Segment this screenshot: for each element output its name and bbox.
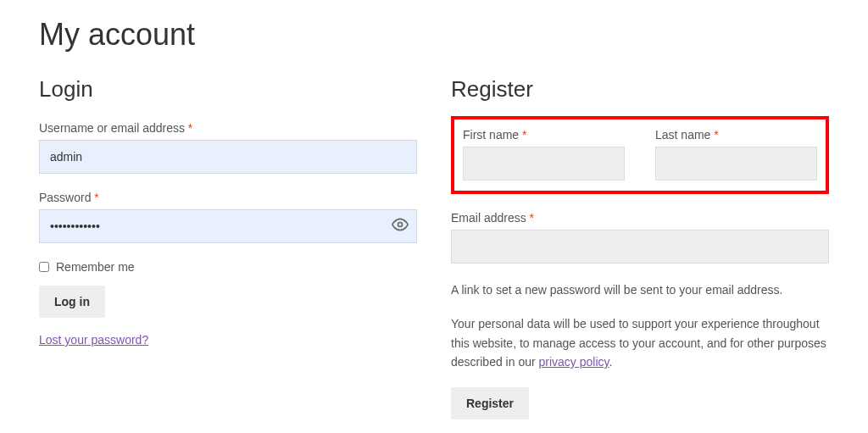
required-mark: *	[188, 121, 192, 135]
email-label: Email address *	[451, 211, 829, 225]
password-hint-text: A link to set a new password will be sen…	[451, 280, 829, 299]
register-column: Register First name * Last name *	[451, 76, 829, 419]
first-name-label: First name *	[463, 128, 625, 142]
password-label: Password *	[39, 191, 417, 204]
password-label-text: Password	[39, 191, 94, 204]
register-button[interactable]: Register	[451, 387, 529, 419]
login-button[interactable]: Log in	[39, 286, 105, 318]
password-row: Password *	[39, 191, 417, 243]
remember-me-row: Remember me	[39, 260, 417, 274]
svg-point-0	[398, 223, 403, 227]
first-name-row: First name *	[463, 128, 625, 180]
register-heading: Register	[451, 76, 829, 103]
username-input[interactable]	[39, 140, 417, 174]
lost-password-link[interactable]: Lost your password?	[39, 333, 148, 347]
first-name-input[interactable]	[463, 147, 625, 180]
required-mark: *	[530, 211, 534, 225]
last-name-row: Last name *	[655, 128, 817, 180]
privacy-text-part2: .	[609, 355, 613, 369]
page-title: My account	[39, 17, 829, 53]
username-label: Username or email address *	[39, 121, 417, 135]
required-mark: *	[522, 128, 526, 142]
login-column: Login Username or email address * Passwo…	[39, 76, 417, 419]
privacy-text: Your personal data will be used to suppo…	[451, 314, 829, 371]
username-label-text: Username or email address	[39, 121, 188, 135]
login-heading: Login	[39, 76, 417, 103]
show-password-icon[interactable]	[392, 216, 409, 236]
last-name-label-text: Last name	[655, 128, 714, 142]
email-input[interactable]	[451, 230, 829, 264]
privacy-text-part1: Your personal data will be used to suppo…	[451, 317, 826, 369]
name-fields-highlight: First name * Last name *	[451, 116, 829, 194]
required-mark: *	[94, 191, 98, 204]
required-mark: *	[714, 128, 718, 142]
remember-me-checkbox[interactable]	[39, 262, 49, 272]
email-row: Email address *	[451, 211, 829, 264]
first-name-label-text: First name	[463, 128, 522, 142]
remember-me-label[interactable]: Remember me	[56, 260, 135, 274]
privacy-policy-link[interactable]: privacy policy	[539, 355, 609, 369]
email-label-text: Email address	[451, 211, 530, 225]
last-name-input[interactable]	[655, 147, 817, 180]
username-row: Username or email address *	[39, 121, 417, 174]
password-input[interactable]	[39, 209, 417, 243]
last-name-label: Last name *	[655, 128, 817, 142]
